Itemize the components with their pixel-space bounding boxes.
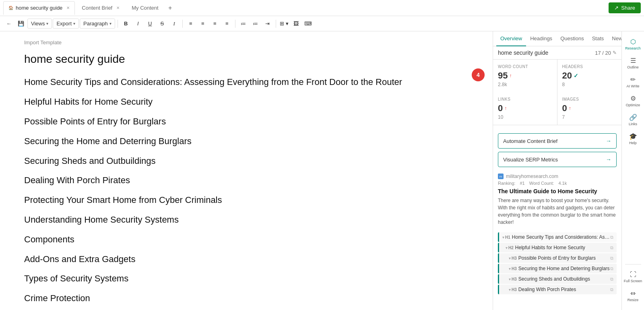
headers-value: 20 ✓	[562, 70, 617, 81]
copy-icon-0[interactable]: ⧉	[610, 235, 613, 240]
bullet-list-button[interactable]: ≔	[238, 18, 249, 29]
editor-heading-6[interactable]: Protecting Your Smart Home from Cyber Cr…	[24, 194, 469, 207]
tab-news[interactable]: News	[608, 31, 621, 46]
editor-heading-7[interactable]: Understanding Home Security Systems	[24, 214, 469, 226]
italic2-button[interactable]: I	[169, 18, 180, 29]
ranking-row: Ranking: #1 Word Count: 4.1k	[498, 181, 617, 186]
tab-questions[interactable]: Questions	[556, 31, 588, 46]
editor-heading-0[interactable]: Home Security Tips and Considerations: A…	[24, 76, 469, 89]
tab-label: My Content	[132, 5, 158, 11]
images-sub: 7	[562, 114, 617, 120]
numbered-list-button[interactable]: ≔	[250, 18, 261, 29]
add-tab-button[interactable]: +	[165, 3, 175, 13]
align-justify-button[interactable]: ≡	[221, 18, 233, 29]
toolbar: ← 💾 Views ▾ Export ▾ Paragraph ▾ B I U S…	[0, 16, 644, 31]
visualize-serp-metrics[interactable]: Visualize SERP Metrics→	[498, 152, 617, 167]
far-right-research[interactable]: ⬡ Research	[623, 35, 642, 54]
site-title[interactable]: The Ultimate Guide to Home Security	[498, 188, 617, 194]
copy-icon-3[interactable]: ⧉	[610, 266, 613, 271]
editor-heading-8[interactable]: Components	[24, 234, 469, 246]
chevron-icon-3: ▾	[509, 267, 511, 271]
import-template-link[interactable]: Import Template	[24, 39, 469, 45]
editor-heading-10[interactable]: Types of Security Systems	[24, 273, 469, 285]
heading-entry-0[interactable]: ▾ H1 Home Security Tips and Consideratio…	[498, 232, 617, 242]
word-count-ranking-value: 4.1k	[558, 181, 567, 186]
outline-icon: ☰	[630, 57, 636, 64]
search-bar: home security guide 17 / 20 ✎	[493, 46, 621, 60]
editor-heading-9[interactable]: Add-Ons and Extra Gadgets	[24, 253, 469, 266]
far-right-bottom-items: ⛶ Full Screen ⇔ Resize	[622, 268, 644, 305]
heading-entry-3[interactable]: ▾ H3 Securing the Home and Deterring Bur…	[498, 264, 617, 273]
editor-heading-5[interactable]: Dealing With Porch Pirates	[24, 174, 469, 187]
automate-content-brief[interactable]: Automate Content Brief→	[498, 133, 617, 149]
editor-heading-4[interactable]: Securing Sheds and Outbuildings	[24, 155, 469, 167]
heading-text-2: Possible Points of Entry for Burglars	[518, 255, 610, 261]
copy-icon-4[interactable]: ⧉	[610, 277, 613, 282]
tab-my-content[interactable]: My Content	[126, 1, 163, 15]
tab-label: home security guide	[16, 5, 62, 11]
italic-button[interactable]: I	[132, 18, 144, 29]
editor-heading-11[interactable]: Crime Protection	[24, 292, 469, 305]
far-right-help[interactable]: 🎓 Help	[623, 129, 642, 148]
underline-button[interactable]: U	[144, 18, 156, 29]
align-right-button[interactable]: ≡	[209, 18, 221, 29]
site-url[interactable]: militaryhomesearch.com	[506, 174, 558, 179]
ranking-value: #1	[520, 181, 524, 186]
heading-entry-1[interactable]: ▾ H2 Helpful Habits for Home Security ⧉	[498, 243, 617, 252]
heading-entry-4[interactable]: ▾ H3 Securing Sheds and Outbuildings ⧉	[498, 274, 617, 284]
headers-label: HEADERS	[562, 64, 617, 69]
editor-area[interactable]: Import Template home security guide Home…	[0, 31, 493, 310]
separator-4	[276, 20, 276, 28]
page-title[interactable]: home security guide	[24, 52, 469, 66]
indent-button[interactable]: ⇥	[262, 18, 273, 29]
far-right-fullscreen[interactable]: ⛶ Full Screen	[622, 268, 644, 286]
paragraph-arrow: ▾	[109, 21, 111, 26]
word-count-label: WORD COUNT	[498, 64, 552, 69]
code-button[interactable]: ⌨	[303, 18, 314, 29]
share-button[interactable]: ↗ Share	[609, 2, 641, 13]
right-panel: Overview Headings Questions Stats News W…	[493, 31, 621, 310]
heading-entry-5[interactable]: ▾ H3 Dealing With Porch Pirates ⧉	[498, 285, 617, 294]
panel-content: Automate Content Brief→Visualize SERP Me…	[493, 125, 621, 310]
chevron-icon-2: ▾	[509, 256, 511, 260]
bold-button[interactable]: B	[120, 18, 132, 29]
editor-heading-3[interactable]: Securing the Home and Deterring Burglars	[24, 135, 469, 148]
views-label: Views	[31, 21, 45, 27]
paragraph-dropdown[interactable]: Paragraph ▾	[80, 19, 115, 29]
views-dropdown[interactable]: Views ▾	[27, 19, 52, 29]
tab-close-content-brief[interactable]: ✕	[116, 6, 120, 10]
table-button[interactable]: ⊞ ▾	[279, 18, 290, 29]
tab-stats[interactable]: Stats	[588, 31, 608, 46]
far-right-links[interactable]: 🔗 Links	[623, 110, 642, 129]
heading-entry-2[interactable]: ▾ H3 Possible Points of Entry for Burgla…	[498, 253, 617, 263]
tab-content-brief[interactable]: Content Brief ✕	[76, 1, 125, 15]
far-right-ai-write[interactable]: ✏ AI Write	[623, 72, 642, 91]
image-button[interactable]: 🖼	[291, 18, 302, 29]
align-center-button[interactable]: ≡	[197, 18, 208, 29]
copy-icon-2[interactable]: ⧉	[610, 256, 613, 261]
copy-icon-5[interactable]: ⧉	[610, 287, 613, 292]
strikethrough-button[interactable]: S	[157, 18, 168, 29]
export-dropdown[interactable]: Export ▾	[53, 19, 79, 29]
far-right-outline[interactable]: ☰ Outline	[623, 54, 642, 72]
align-left-button[interactable]: ≡	[185, 18, 196, 29]
save-button[interactable]: 💾	[15, 18, 27, 29]
optimize-label: Optimize	[626, 103, 640, 107]
undo-button[interactable]: ←	[3, 18, 14, 29]
far-right-resize[interactable]: ⇔ Resize	[622, 286, 644, 305]
main-layout: Import Template home security guide Home…	[0, 31, 644, 310]
tab-headings[interactable]: Headings	[526, 31, 556, 46]
tab-overview[interactable]: Overview	[496, 31, 526, 46]
search-count-value: 17 / 20	[595, 50, 611, 56]
stat-headers: HEADERS 20 ✓ 8	[557, 60, 622, 92]
edit-icon[interactable]: ✎	[613, 50, 617, 56]
tab-home-security[interactable]: 🏠 home security guide ✕	[3, 1, 75, 15]
editor-heading-2[interactable]: Possible Points of Entry for Burglars	[24, 116, 469, 128]
far-right-sidebar: ⬡ Research ☰ Outline ✏ AI Write ⚙ Optimi…	[621, 31, 644, 310]
copy-icon-1[interactable]: ⧉	[610, 245, 613, 250]
word-count-value: 95 ↑	[498, 70, 552, 81]
action-buttons-container: Automate Content Brief→Visualize SERP Me…	[498, 133, 617, 167]
editor-heading-1[interactable]: Helpful Habits for Home Security	[24, 96, 469, 108]
tab-close[interactable]: ✕	[66, 6, 70, 10]
far-right-optimize[interactable]: ⚙ Optimize	[623, 91, 642, 110]
